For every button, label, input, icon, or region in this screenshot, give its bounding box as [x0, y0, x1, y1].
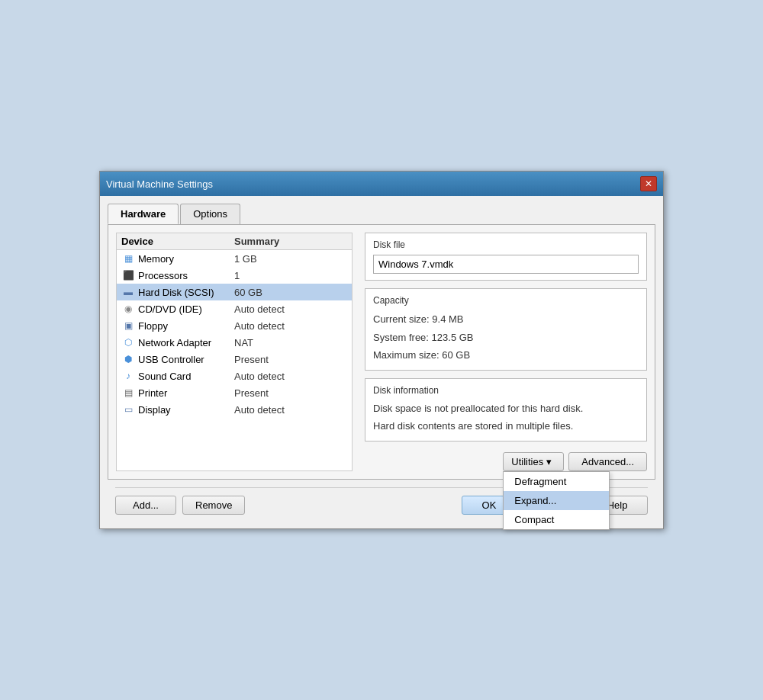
summary-memory: 1 GB [234, 253, 347, 265]
table-row[interactable]: ▦ Memory 1 GB [117, 250, 352, 267]
usb-icon: ⬢ [121, 353, 135, 365]
dropdown-item-compact[interactable]: Compact [504, 510, 609, 529]
table-row[interactable]: ▬ Hard Disk (SCSI) 60 GB [117, 284, 352, 300]
summary-printer: Present [234, 387, 347, 399]
add-button[interactable]: Add... [115, 496, 176, 515]
table-row[interactable]: ▭ Display Auto detect [117, 401, 352, 418]
titlebar: Virtual Machine Settings ✕ [100, 172, 663, 196]
disk-file-section: Disk file [365, 233, 647, 281]
utilities-dropdown-menu: Defragment Expand... Compact [503, 471, 610, 530]
maximum-size: Maximum size: 60 GB [373, 346, 639, 364]
device-floppy: ▣ Floppy [121, 319, 234, 332]
tabs: Hardware Options [108, 204, 655, 224]
table-row[interactable]: ♪ Sound Card Auto detect [117, 368, 352, 384]
disk-info-line2: Hard disk contents are stored in multipl… [373, 418, 639, 435]
summary-cddvd: Auto detect [234, 303, 347, 315]
tab-options[interactable]: Options [180, 204, 240, 224]
window-content: Hardware Options Device Summary ▦ Memory [100, 196, 663, 528]
table-row[interactable]: ⬛ Processors 1 [117, 267, 352, 284]
optical-icon: ◉ [121, 303, 135, 315]
table-row[interactable]: ◉ CD/DVD (IDE) Auto detect [117, 300, 352, 317]
left-panel: Device Summary ▦ Memory 1 GB [116, 233, 353, 470]
virtual-machine-settings-window: Virtual Machine Settings ✕ Hardware Opti… [99, 171, 664, 528]
summary-display: Auto detect [234, 404, 347, 416]
summary-sound: Auto detect [234, 371, 347, 382]
tab-content: Device Summary ▦ Memory 1 GB [108, 224, 655, 479]
disk-file-input[interactable] [373, 255, 639, 274]
device-printer: ▤ Printer [121, 387, 234, 399]
utilities-dropdown-wrapper: Utilities ▾ Defragment Expand... Compact [503, 452, 564, 471]
tab-hardware[interactable]: Hardware [108, 204, 179, 224]
summary-usb: Present [234, 354, 347, 365]
table-row[interactable]: ▣ Floppy Auto detect [117, 317, 352, 334]
device-table: Device Summary ▦ Memory 1 GB [116, 233, 353, 470]
device-display: ▭ Display [121, 403, 234, 416]
col-summary-header: Summary [234, 236, 347, 247]
disk-info-text: Disk space is not preallocated for this … [373, 400, 639, 434]
remove-button[interactable]: Remove [182, 496, 245, 515]
device-sound: ♪ Sound Card [121, 370, 234, 382]
disk-info-label: Disk information [373, 385, 639, 396]
device-usb: ⬢ USB Controller [121, 353, 234, 365]
device-cddvd: ◉ CD/DVD (IDE) [121, 303, 234, 315]
system-free: System free: 123.5 GB [373, 329, 639, 346]
window-title: Virtual Machine Settings [106, 178, 213, 190]
dropdown-item-expand[interactable]: Expand... [504, 491, 609, 510]
disk-info-line1: Disk space is not preallocated for this … [373, 400, 639, 417]
bottom-left-buttons: Add... Remove [115, 496, 245, 515]
utilities-button[interactable]: Utilities ▾ [503, 452, 564, 471]
device-harddisk: ▬ Hard Disk (SCSI) [121, 286, 234, 298]
summary-network: NAT [234, 337, 347, 348]
device-network: ⬡ Network Adapter [121, 336, 234, 348]
disk-info-section: Disk information Disk space is not preal… [365, 378, 647, 441]
capacity-info: Current size: 9.4 MB System free: 123.5 … [373, 310, 639, 364]
printer-icon: ▤ [121, 387, 135, 399]
network-icon: ⬡ [121, 336, 135, 348]
table-header: Device Summary [117, 233, 352, 250]
advanced-button[interactable]: Advanced... [568, 452, 647, 471]
device-memory: ▦ Memory [121, 252, 234, 265]
cpu-icon: ⬛ [121, 269, 135, 281]
summary-harddisk: 60 GB [234, 287, 347, 298]
device-processors: ⬛ Processors [121, 269, 234, 281]
col-device-header: Device [121, 236, 234, 247]
summary-floppy: Auto detect [234, 320, 347, 332]
utilities-row: Utilities ▾ Defragment Expand... Compact… [365, 452, 647, 471]
table-row[interactable]: ⬢ USB Controller Present [117, 351, 352, 368]
display-icon: ▭ [121, 403, 135, 416]
capacity-section: Capacity Current size: 9.4 MB System fre… [365, 288, 647, 371]
memory-icon: ▦ [121, 252, 135, 265]
table-row[interactable]: ⬡ Network Adapter NAT [117, 334, 352, 351]
hdd-icon: ▬ [121, 286, 135, 298]
floppy-icon: ▣ [121, 319, 135, 332]
summary-processors: 1 [234, 270, 347, 281]
table-row[interactable]: ▤ Printer Present [117, 384, 352, 401]
sound-icon: ♪ [121, 370, 135, 382]
disk-file-label: Disk file [373, 239, 639, 250]
dropdown-item-defragment[interactable]: Defragment [504, 472, 609, 491]
right-panel: Disk file Capacity Current size: 9.4 MB … [365, 233, 647, 470]
close-button[interactable]: ✕ [640, 176, 657, 191]
current-size: Current size: 9.4 MB [373, 310, 639, 328]
capacity-label: Capacity [373, 295, 639, 306]
